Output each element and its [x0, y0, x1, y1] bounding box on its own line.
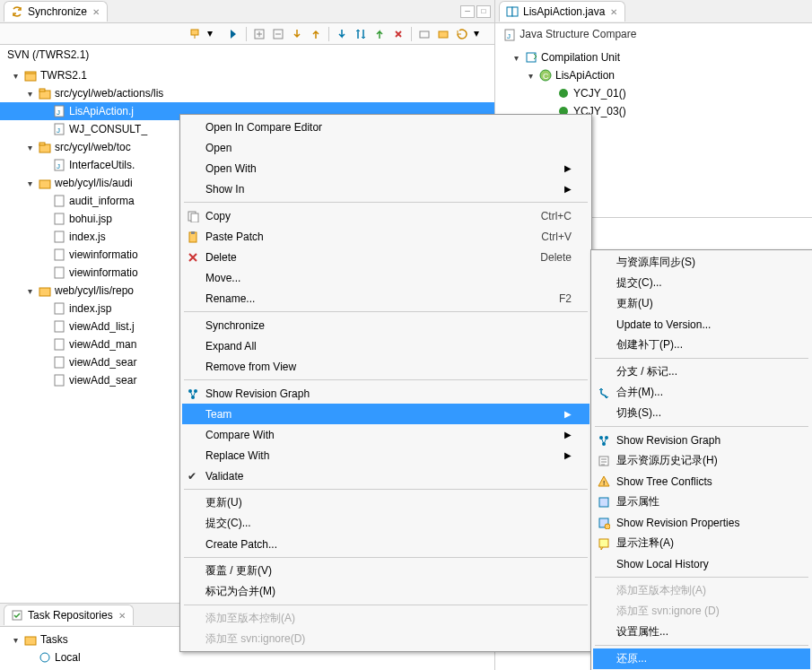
minimize-icon[interactable]: ─ — [460, 5, 475, 18]
context-menu-main: Open In Compare EditorOpenOpen With▶Show… — [179, 114, 592, 652]
menu-item[interactable]: Compare With▶ — [182, 424, 589, 445]
menu-item[interactable]: ✔Validate — [182, 466, 589, 486]
menu-item[interactable]: 更新(U) — [182, 492, 589, 513]
close-icon[interactable]: ✕ — [92, 7, 100, 17]
menu-item[interactable]: 与资源库同步(S) — [593, 252, 810, 273]
menu-item[interactable]: 分支 / 标记... — [593, 361, 810, 382]
menu-separator — [595, 426, 808, 427]
tab-lisapiaction[interactable]: LisApiAction.java ✕ — [499, 1, 625, 22]
commit-icon[interactable] — [435, 26, 451, 42]
menu-item[interactable]: !Show Tree Conflicts — [593, 471, 810, 492]
menu-item[interactable]: Remove from View — [182, 356, 589, 377]
tab-task-repositories[interactable]: Task Repositories ✕ — [4, 605, 134, 625]
sync-tab-bar: Synchronize ✕ ─ □ — [0, 0, 494, 23]
jsp-file-icon — [52, 355, 66, 370]
menu-item[interactable]: 合并(M)... — [593, 382, 810, 403]
menu-item[interactable]: Open — [182, 137, 589, 158]
menu-item[interactable]: Show Revision Graph — [182, 383, 589, 404]
menu-item[interactable]: Replace With▶ — [182, 445, 589, 466]
menu-item[interactable]: DeleteDelete — [182, 247, 589, 267]
expand-icon[interactable] — [251, 26, 267, 42]
menu-item[interactable]: Expand All — [182, 335, 589, 356]
refresh-icon[interactable] — [454, 26, 470, 42]
menu-item[interactable]: Team▶ — [182, 404, 589, 424]
menu-item-label: 添加至版本控制(A) — [616, 583, 706, 598]
delete-icon — [186, 250, 200, 265]
svg-rect-20 — [55, 249, 64, 260]
menu-item-label: Move... — [205, 272, 240, 284]
package-icon — [38, 86, 52, 100]
menu-item[interactable]: 创建补丁(P)... — [593, 335, 810, 355]
svg-rect-23 — [55, 303, 64, 314]
menu-item[interactable]: 切换(S)... — [593, 403, 810, 423]
menu-item-label: 合并(M)... — [616, 385, 663, 400]
dropdown-icon[interactable]: ▾ — [206, 26, 223, 42]
conflict-icon[interactable] — [390, 26, 406, 42]
close-icon[interactable]: ✕ — [118, 611, 126, 621]
outgoing-icon[interactable] — [371, 26, 388, 42]
structure-cu[interactable]: ▾Compilation Unit — [495, 48, 812, 66]
menu-item[interactable]: 还原... — [593, 648, 810, 669]
down-arrow-icon[interactable] — [289, 26, 305, 42]
menu-item-label: Create Patch... — [205, 538, 277, 551]
tree-folder[interactable]: ▾src/ycyl/web/actions/lis — [0, 84, 494, 102]
menu-icon[interactable]: ▾ — [473, 26, 489, 42]
menu-item[interactable]: 设置属性... — [593, 622, 810, 642]
submenu-arrow-icon: ▶ — [564, 184, 572, 194]
update-icon[interactable] — [416, 26, 432, 42]
menu-item[interactable]: 覆盖 / 更新(V) — [182, 561, 589, 581]
menu-item[interactable]: Rename...F2 — [182, 288, 589, 309]
menu-item[interactable]: Paste PatchCtrl+V — [182, 226, 589, 247]
menu-item[interactable]: Update to Version... — [593, 314, 810, 335]
revprop-icon — [597, 516, 611, 530]
tree-root[interactable]: ▾TWRS2.1 — [0, 66, 494, 84]
menu-separator — [184, 489, 588, 490]
menu-item[interactable]: Show In▶ — [182, 178, 589, 199]
both-icon[interactable] — [353, 26, 369, 42]
menu-item[interactable]: 标记为合并(M) — [182, 581, 589, 602]
menu-item[interactable]: 显示注释(A) — [593, 533, 810, 553]
structure-class[interactable]: ▾CLisApiAction — [495, 66, 812, 84]
menu-item[interactable]: Move... — [182, 267, 589, 288]
project-icon — [23, 68, 38, 83]
menu-item[interactable]: Synchronize — [182, 315, 589, 335]
pin-icon[interactable] — [188, 26, 204, 42]
menu-item-label: 还原... — [616, 651, 647, 666]
menu-item-label: Team — [205, 408, 231, 421]
tab-synchronize[interactable]: Synchronize ✕ — [4, 1, 108, 22]
menu-item[interactable]: Show Revision Graph — [593, 430, 810, 450]
menu-item[interactable]: Open With▶ — [182, 158, 589, 178]
merge-icon — [597, 386, 611, 400]
menu-item[interactable]: Show Local History — [593, 553, 810, 574]
close-icon[interactable]: ✕ — [610, 7, 617, 17]
tab-label: LisApiAction.java — [523, 5, 605, 18]
menu-item[interactable]: 提交(C)... — [182, 513, 589, 534]
menu-item-label: Expand All — [205, 340, 257, 352]
menu-item[interactable]: 提交(C)... — [593, 273, 810, 293]
up-arrow-icon[interactable] — [308, 26, 324, 42]
incoming-icon[interactable] — [334, 26, 350, 42]
collapse-icon[interactable] — [270, 26, 286, 42]
java-icon: J — [502, 28, 517, 42]
menu-item[interactable]: Show Revision Properties — [593, 512, 810, 533]
menu-item[interactable]: Open In Compare Editor — [182, 117, 589, 137]
menu-item-label: 设置属性... — [616, 624, 668, 640]
menu-separator — [595, 358, 808, 359]
svg-point-54 — [605, 524, 610, 529]
menu-item[interactable]: Create Patch... — [182, 534, 589, 554]
menu-item[interactable]: 显示资源历史记录(H) — [593, 450, 810, 471]
svg-point-30 — [40, 653, 49, 662]
menu-item[interactable]: 更新(U) — [593, 293, 810, 314]
svg-rect-24 — [55, 321, 64, 332]
nav-icon[interactable] — [225, 26, 241, 42]
maximize-icon[interactable]: □ — [476, 5, 491, 18]
svg-rect-13 — [39, 143, 45, 145]
structure-method[interactable]: ·YCJY_01() — [495, 84, 812, 102]
class-icon: C — [538, 68, 553, 83]
svg-text:J: J — [57, 109, 60, 117]
submenu-arrow-icon: ▶ — [564, 163, 572, 173]
menu-item-label: 添加至 svn:ignore(D) — [205, 631, 305, 647]
menu-item[interactable]: 显示属性 — [593, 492, 810, 512]
menu-item[interactable]: CopyCtrl+C — [182, 205, 589, 226]
menu-item-label: Open With — [205, 162, 257, 175]
